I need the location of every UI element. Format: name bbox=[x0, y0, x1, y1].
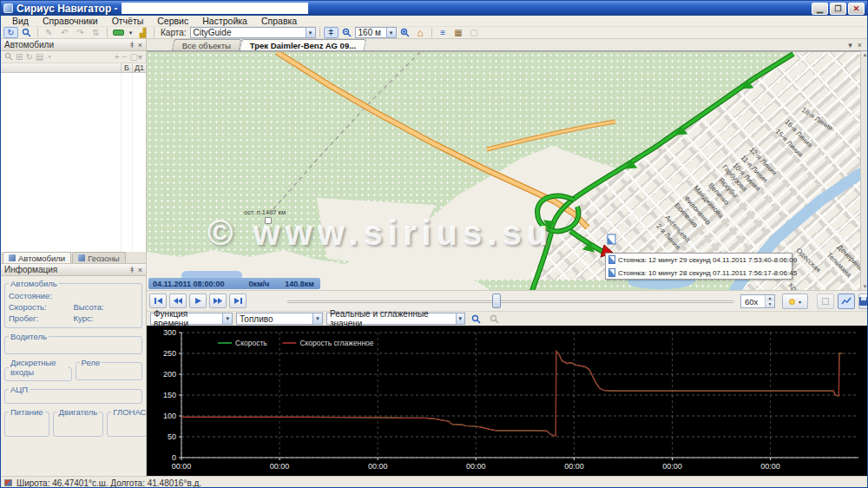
tooltip-row[interactable]: Стоянка: 10 минут 28 секунд 07.11.2011 7… bbox=[608, 268, 789, 277]
map-edit-icon[interactable]: ▦ bbox=[451, 27, 466, 38]
power-group: Питание bbox=[4, 407, 49, 437]
menu-service[interactable]: Сервис bbox=[151, 16, 194, 26]
zoom-in-icon[interactable] bbox=[398, 27, 412, 38]
map-view[interactable]: 18-я Линия16-я Линия15-я Линия12-я Линия… bbox=[147, 51, 860, 290]
menu-settings[interactable]: Настройка bbox=[196, 16, 253, 26]
list-icon[interactable]: ≡ bbox=[436, 27, 450, 38]
street-label: Одесская bbox=[795, 247, 823, 274]
home-icon[interactable]: ⌂ bbox=[413, 27, 428, 38]
redo-icon[interactable]: ↷ bbox=[73, 27, 88, 38]
scale-select[interactable]: 160 м ▾ bbox=[355, 27, 397, 38]
chevron-down-icon[interactable]: ▾ bbox=[848, 41, 852, 49]
spin-down-icon[interactable]: ▼ bbox=[766, 301, 774, 307]
tab-track[interactable]: Трек Daimler-Benz AG 09... bbox=[240, 39, 367, 50]
fast-forward-button[interactable] bbox=[209, 293, 227, 308]
chart-icon[interactable]: ▟ bbox=[135, 27, 150, 38]
chevron-down-icon[interactable]: ▾ bbox=[456, 313, 464, 324]
chevron-down-icon[interactable]: ▾ bbox=[222, 313, 232, 324]
chevron-down-icon[interactable]: ▾ bbox=[386, 28, 396, 37]
vehicle-icon[interactable] bbox=[111, 27, 126, 38]
track-marker-icon[interactable]: ǂ bbox=[324, 27, 339, 38]
edit-icon[interactable]: ✎ bbox=[42, 27, 56, 38]
info-panel-title: Информация bbox=[4, 265, 57, 274]
play-button[interactable] bbox=[189, 293, 207, 308]
menu-view[interactable]: Вид bbox=[6, 16, 35, 26]
app-icon bbox=[3, 3, 13, 13]
spin-up-icon[interactable]: ▲ bbox=[766, 295, 774, 301]
vehicles-list[interactable] bbox=[1, 73, 146, 252]
coordinates-text: Широта: 46.47401°с.ш. Долгота: 41.48016°… bbox=[16, 478, 201, 488]
scroll-up-icon[interactable]: ▲ bbox=[863, 52, 868, 57]
vehicles-panel-header: Автомобили ǂ × bbox=[1, 39, 146, 51]
chevron-down-icon[interactable]: ▾ bbox=[306, 28, 315, 37]
tab-all-objects[interactable]: Все объекты bbox=[172, 39, 242, 50]
chart-values-select[interactable]: Реальные и сглаженные значени ▾ bbox=[326, 313, 465, 325]
tab-vehicles[interactable]: Автомобили bbox=[3, 252, 71, 263]
menu-reports[interactable]: Отчёты bbox=[106, 16, 150, 26]
add-icon[interactable]: + bbox=[115, 52, 120, 62]
playback-speed-spinner[interactable]: 60x ▲▼ bbox=[740, 294, 775, 308]
save-button[interactable] bbox=[858, 293, 868, 309]
speed-label: Скорость: bbox=[9, 302, 74, 312]
column-d1[interactable]: Д1 bbox=[132, 63, 146, 72]
map-vertical-scrollbar[interactable]: ▲ ▼ bbox=[860, 51, 868, 290]
chart-mode-select[interactable]: Функция времени ▾ bbox=[150, 313, 233, 325]
stop-tooltip: Стоянка: 12 минут 29 секунд 04.11.2011 7… bbox=[605, 253, 792, 280]
map-select[interactable]: CityGuide ▾ bbox=[190, 27, 316, 38]
chart-xtick-label: 00:00 bbox=[270, 462, 290, 471]
chart-ytick-label: 250 bbox=[163, 349, 176, 358]
street-label: Кривошлыкова bbox=[787, 281, 827, 290]
undo-icon[interactable]: ↶ bbox=[57, 27, 72, 38]
chart-xtick-label: 00:00 bbox=[564, 462, 584, 471]
legend-label: Скорость сглаженное bbox=[299, 339, 373, 347]
move-up-icon[interactable]: ⇅ bbox=[89, 27, 103, 38]
vehicles-toolbar: ⊞ ↻ ▤ ◔ + − ▢▾ bbox=[1, 51, 146, 63]
rewind-button[interactable] bbox=[169, 293, 187, 308]
pin-icon[interactable]: ǂ bbox=[129, 266, 134, 274]
search-icon[interactable] bbox=[19, 27, 34, 38]
stop-markers-button[interactable] bbox=[817, 293, 834, 309]
height-label: Высота: bbox=[74, 302, 139, 312]
column-b[interactable]: Б bbox=[121, 63, 132, 72]
tab-geozones[interactable]: Геозоны bbox=[72, 252, 126, 263]
chart-toolbar: Функция времени ▾ Топливо ▾ Реальные и с… bbox=[147, 311, 868, 326]
close-button[interactable]: ✕ bbox=[848, 3, 865, 15]
menu-directories[interactable]: Справочники bbox=[36, 16, 104, 26]
chevron-down-icon[interactable]: ▾ bbox=[799, 299, 801, 305]
engine-group: Двигатель bbox=[53, 407, 104, 437]
globe-icon[interactable]: ◔ bbox=[46, 52, 51, 62]
playback-speed-value: 60x bbox=[745, 297, 758, 307]
chart-zoom-in-icon[interactable] bbox=[469, 313, 483, 325]
refresh-icon[interactable]: ↻ bbox=[25, 52, 32, 62]
close-icon[interactable]: × bbox=[138, 41, 142, 49]
close-icon[interactable]: × bbox=[858, 41, 862, 49]
speed-chart[interactable]: 05010015020025030000:0000:0000:0000:0000… bbox=[147, 326, 868, 476]
minimize-button[interactable]: ▁ bbox=[812, 3, 828, 15]
refresh-icon[interactable]: ↻ bbox=[3, 27, 18, 38]
chevron-down-icon[interactable]: ▾ bbox=[127, 27, 135, 38]
filter-icon[interactable]: ⊞ bbox=[16, 52, 23, 62]
chart-ytick-label: 100 bbox=[163, 412, 176, 420]
tab-track-label: Трек Daimler-Benz AG 09... bbox=[250, 41, 356, 50]
restore-button[interactable]: ❐ bbox=[830, 3, 846, 15]
group-icon[interactable]: ▤ bbox=[36, 52, 43, 62]
pin-icon[interactable]: ǂ bbox=[129, 41, 134, 49]
left-panel-tabs: Автомобили Геозоны bbox=[1, 252, 146, 264]
close-icon[interactable]: × bbox=[138, 266, 142, 274]
remove-icon[interactable]: − bbox=[122, 52, 128, 62]
menu-help[interactable]: Справка bbox=[255, 16, 303, 26]
scroll-down-icon[interactable]: ▼ bbox=[863, 284, 868, 289]
chevron-down-icon[interactable]: ▾ bbox=[312, 313, 322, 324]
skip-to-end-button[interactable] bbox=[229, 293, 247, 308]
zoom-out-icon[interactable] bbox=[339, 27, 354, 38]
timeline-slider-thumb[interactable] bbox=[492, 293, 501, 308]
columns-icon[interactable]: ▢▾ bbox=[130, 52, 142, 62]
chart-zoom-out-icon[interactable] bbox=[487, 313, 502, 325]
show-chart-button[interactable] bbox=[838, 293, 855, 309]
tooltip-row[interactable]: Стоянка: 12 минут 29 секунд 04.11.2011 7… bbox=[608, 255, 789, 264]
search-icon[interactable] bbox=[4, 52, 13, 63]
timeline-slider-track[interactable] bbox=[287, 300, 734, 303]
hint-toggle-button[interactable]: ▾ bbox=[782, 293, 808, 309]
chart-parameter-select[interactable]: Топливо ▾ bbox=[236, 313, 323, 325]
skip-to-start-button[interactable] bbox=[149, 293, 167, 308]
